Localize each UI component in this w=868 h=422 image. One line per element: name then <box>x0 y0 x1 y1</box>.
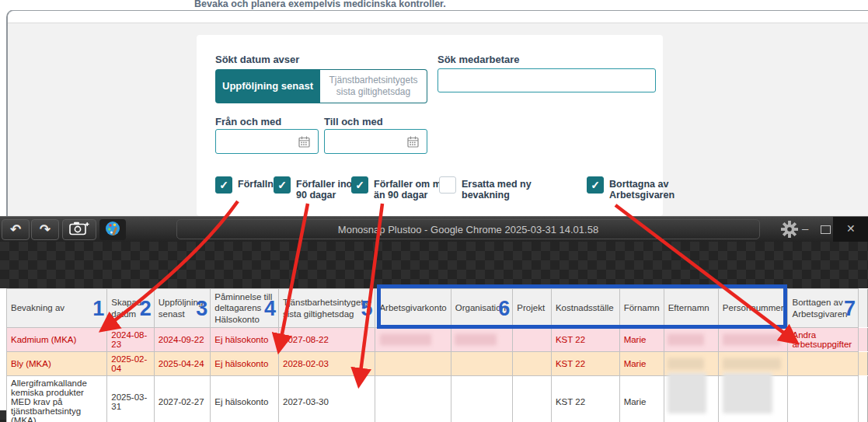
table-cell: KST 22 <box>551 352 619 376</box>
checkbox-checked-icon[interactable]: ✓ <box>215 176 232 194</box>
palette-icon <box>104 220 121 240</box>
checkbox-checked-icon[interactable]: ✓ <box>587 176 604 194</box>
table-cell <box>664 328 718 352</box>
column-header: Kostnadsställe <box>551 289 619 328</box>
column-header-label: Arbetsgivarkonto <box>379 303 446 312</box>
annotation-number: 6 <box>498 298 510 319</box>
transparency-checker-top <box>0 242 868 288</box>
date-type-option[interactable]: Uppföljning senast <box>215 69 320 103</box>
redacted-text <box>380 334 431 346</box>
checkbox-checked-icon[interactable]: ✓ <box>274 176 291 194</box>
window-title: Monosnap Plustoo - Google Chrome 2025-03… <box>338 224 598 235</box>
camera-plus-icon <box>69 221 89 239</box>
gear-icon <box>781 227 798 240</box>
calendar-icon[interactable] <box>298 136 310 151</box>
annotation-number: 3 <box>196 298 207 319</box>
redacted-text <box>723 373 772 413</box>
checkbox-unchecked-icon[interactable] <box>439 176 456 194</box>
table-cell: 2027-08-22 <box>279 328 375 352</box>
annotation-number: 5 <box>361 298 372 319</box>
table-cell: 2025-03-31 <box>107 376 155 422</box>
table-cell: 2027-03-30 <box>279 376 375 422</box>
filter-checkbox[interactable]: Ersatta med ny bevakning <box>439 176 536 201</box>
search-employee-input[interactable] <box>437 68 656 92</box>
page-subtitle-strip: Bevaka och planera exempelvis medicinska… <box>0 0 868 10</box>
undo-button[interactable]: ↶ <box>2 219 30 240</box>
redacted-text <box>668 334 704 346</box>
column-header: Efternamn <box>664 289 718 328</box>
column-header <box>859 289 868 328</box>
table-row[interactable]: Allergiframkallande kemiska produkter ME… <box>7 376 868 422</box>
date-type-toggle: Uppföljning senastTjänstbarhetsintygets … <box>215 69 427 103</box>
column-header: Bevakning av1 <box>7 289 107 328</box>
table-cell <box>718 376 788 422</box>
table-cell: Marie <box>619 328 664 352</box>
window-title-bar: Monosnap Plustoo - Google Chrome 2025-03… <box>176 219 760 239</box>
table-cell <box>375 328 451 352</box>
table-cell <box>664 376 718 422</box>
redacted-text <box>668 373 706 413</box>
draw-tools-button[interactable] <box>99 219 126 240</box>
column-header-label: Projekt <box>517 303 545 312</box>
column-header: Projekt <box>513 289 552 328</box>
settings-button[interactable] <box>781 221 798 241</box>
page-subtitle: Bevaka och planera exempelvis medicinska… <box>194 0 446 9</box>
table-cell: Bly (MKA) <box>7 352 107 376</box>
to-date-label: Till och med <box>324 116 383 127</box>
monosnap-editor-window: ↶ ↷ <box>0 216 868 422</box>
column-header-label: Bevakning av <box>11 303 64 312</box>
table-cell: KST 22 <box>551 328 619 352</box>
table-cell: 2028-02-03 <box>279 352 375 376</box>
table-cell: 2025-02-04 <box>107 352 155 376</box>
calendar-icon[interactable] <box>407 136 419 151</box>
column-header-label: Borttagen av Arbetsgivaren <box>792 298 847 318</box>
annotation-number: 2 <box>140 298 152 319</box>
table-cell: Ej hälsokonto <box>211 376 279 422</box>
table-cell <box>788 352 859 376</box>
filter-checkbox-label: Borttagna av Arbetsgivaren <box>609 176 687 201</box>
table-cell: KST 22 <box>551 376 619 422</box>
checkbox-checked-icon[interactable]: ✓ <box>351 176 368 194</box>
table-row[interactable]: Bly (MKA)2025-02-042025-04-24Ej hälsokon… <box>7 352 868 376</box>
filter-checkbox[interactable]: ✓Borttagna av Arbetsgivaren <box>587 176 687 201</box>
column-header: Uppföljning senast3 <box>154 289 210 328</box>
column-header-label: Efternamn <box>668 303 709 312</box>
column-header: Personnummer <box>718 289 788 328</box>
table-cell: Ej hälsokonto <box>211 352 279 376</box>
redo-button[interactable]: ↷ <box>31 219 59 240</box>
redo-icon: ↷ <box>40 223 51 236</box>
minimize-button[interactable]: – <box>802 221 808 235</box>
filter-checkbox-label: Ersatta med ny bevakning <box>462 176 536 201</box>
annotation-number: 1 <box>92 298 104 319</box>
table-row[interactable]: Kadmium (MKA)2024-08-232024-09-22Ej häls… <box>7 328 868 352</box>
annotation-number: 7 <box>844 298 856 319</box>
date-type-option[interactable]: Tjänstbarhetsintygets sista giltighetsda… <box>320 69 427 103</box>
table-cell <box>513 328 552 352</box>
from-date-label: Från och med <box>215 116 281 127</box>
redacted-text <box>668 358 704 370</box>
table-cell <box>718 328 788 352</box>
table-header-row: Bevakning av1Skapad datum2Uppföljning se… <box>7 289 868 328</box>
table-cell <box>718 352 788 376</box>
column-header-label: Skapad datum <box>111 298 141 318</box>
table-cell: Andra arbetsuppgifter <box>788 328 859 352</box>
column-header-label: Kostnadsställe <box>556 303 614 312</box>
column-header-label: Förnamn <box>624 303 660 312</box>
column-header: Påminnelse till deltagarens Hälsokonto4 <box>211 289 279 328</box>
editor-toolbar: ↶ ↷ <box>0 216 868 242</box>
annotation-number: 4 <box>264 298 276 319</box>
column-header: Organisation6 <box>451 289 513 328</box>
column-header-label: Tjänstbarhetsintygets sista giltighetsda… <box>283 298 368 318</box>
search-employee-label: Sök medarbetare <box>437 54 520 65</box>
column-header: Skapad datum2 <box>107 289 155 328</box>
table-cell: Marie <box>619 376 664 422</box>
maximize-button[interactable] <box>821 225 831 234</box>
table-cell: 2024-09-22 <box>154 328 210 352</box>
page-top-band <box>8 11 868 23</box>
close-button[interactable]: ✕ <box>846 222 856 235</box>
column-header: Förnamn <box>619 289 664 328</box>
table-cell <box>375 376 451 422</box>
table-cell: Ej hälsokonto <box>211 328 279 352</box>
capture-button[interactable] <box>62 219 96 240</box>
screenshot-stage: Bevaka och planera exempelvis medicinska… <box>0 0 868 422</box>
